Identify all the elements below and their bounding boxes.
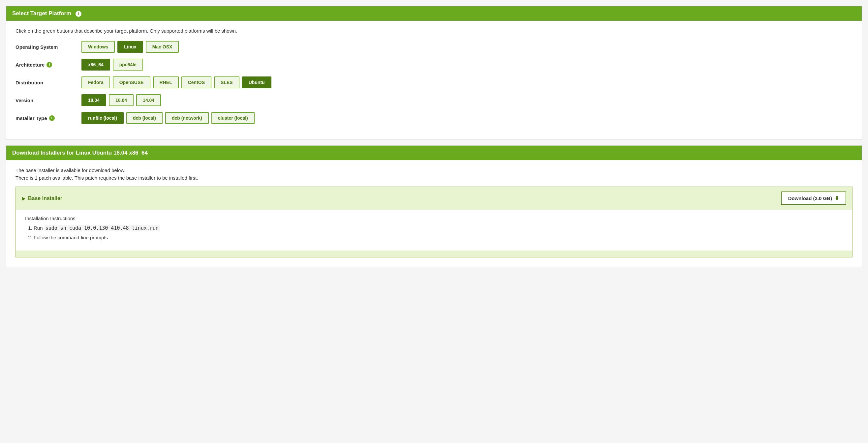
install-step-1: Run sudo sh cuda_10.0.130_410.48_linux.r… [34, 224, 843, 232]
base-installer-chevron: ▶ [22, 196, 25, 201]
os-btn-macosx[interactable]: Mac OSX [146, 41, 179, 53]
select-platform-title: Select Target Platform [12, 10, 71, 17]
os-btn-group: Windows Linux Mac OSX [82, 41, 179, 53]
download-button[interactable]: Download (2.0 GB) ⬇ [781, 191, 846, 205]
installer-label: Installer Type i [16, 115, 82, 121]
version-label: Version [16, 98, 82, 103]
download-panel-body: The base installer is available for down… [6, 160, 862, 267]
os-btn-windows[interactable]: Windows [82, 41, 115, 53]
distro-btn-sles[interactable]: SLES [214, 76, 240, 88]
select-platform-panel: Select Target Platform i Click on the gr… [6, 6, 862, 139]
installer-info-icon[interactable]: i [49, 115, 55, 121]
distro-btn-ubuntu[interactable]: Ubuntu [242, 76, 271, 88]
download-text-1: The base installer is available for down… [16, 167, 852, 173]
arch-row: Architecture i x86_64 ppc64le [16, 59, 852, 70]
base-installer-header: ▶ Base Installer Download (2.0 GB) ⬇ [16, 187, 852, 210]
arch-btn-ppc64le[interactable]: ppc64le [113, 59, 143, 70]
base-installer-box: ▶ Base Installer Download (2.0 GB) ⬇ Ins… [16, 187, 852, 257]
arch-info-icon[interactable]: i [46, 62, 52, 68]
select-platform-header: Select Target Platform i [6, 6, 862, 21]
select-platform-body: Click on the green buttons that describe… [6, 21, 862, 139]
distro-btn-opensuse[interactable]: OpenSUSE [113, 76, 150, 88]
download-panel: Download Installers for Linux Ubuntu 18.… [6, 145, 862, 267]
arch-btn-x86_64[interactable]: x86_64 [82, 59, 110, 70]
os-row: Operating System Windows Linux Mac OSX [16, 41, 852, 53]
arch-btn-group: x86_64 ppc64le [82, 59, 143, 70]
distro-btn-centos[interactable]: CentOS [181, 76, 211, 88]
version-row: Version 18.04 16.04 14.04 [16, 94, 852, 106]
install-instructions: Installation Instructions: Run sudo sh c… [16, 210, 852, 251]
instruction-text: Click on the green buttons that describe… [16, 28, 852, 34]
install-heading: Installation Instructions: [25, 216, 843, 221]
os-label: Operating System [16, 44, 82, 50]
download-btn-label: Download (2.0 GB) [788, 195, 832, 201]
download-arrow-icon: ⬇ [835, 195, 839, 201]
version-btn-group: 18.04 16.04 14.04 [82, 94, 161, 106]
installer-btn-runfile[interactable]: runfile (local) [82, 112, 124, 124]
os-btn-linux[interactable]: Linux [117, 41, 143, 53]
select-platform-info-icon[interactable]: i [75, 11, 82, 17]
download-panel-title: Download Installers for Linux Ubuntu 18.… [12, 150, 148, 156]
install-step-2: Follow the command-line prompts [34, 234, 843, 242]
arch-label: Architecture i [16, 62, 82, 68]
installer-btn-group: runfile (local) deb (local) deb (network… [82, 112, 255, 124]
distro-label: Distribution [16, 80, 82, 85]
version-btn-1804[interactable]: 18.04 [82, 94, 106, 106]
distro-btn-rhel[interactable]: RHEL [153, 76, 179, 88]
version-btn-1404[interactable]: 14.04 [136, 94, 161, 106]
installer-row: Installer Type i runfile (local) deb (lo… [16, 112, 852, 124]
base-installer-footer [16, 251, 852, 257]
installer-btn-cluster[interactable]: cluster (local) [211, 112, 255, 124]
base-installer-title: ▶ Base Installer [22, 195, 62, 201]
installer-btn-deb-local[interactable]: deb (local) [126, 112, 163, 124]
download-panel-header: Download Installers for Linux Ubuntu 18.… [6, 146, 862, 160]
distro-row: Distribution Fedora OpenSUSE RHEL CentOS… [16, 76, 852, 88]
distro-btn-fedora[interactable]: Fedora [82, 76, 110, 88]
distro-btn-group: Fedora OpenSUSE RHEL CentOS SLES Ubuntu [82, 76, 271, 88]
installer-btn-deb-network[interactable]: deb (network) [165, 112, 209, 124]
install-command: sudo sh cuda_10.0.130_410.48_linux.run [44, 225, 160, 231]
version-btn-1604[interactable]: 16.04 [109, 94, 133, 106]
download-text-2: There is 1 patch available. This patch r… [16, 175, 852, 181]
install-steps-list: Run sudo sh cuda_10.0.130_410.48_linux.r… [25, 224, 843, 241]
